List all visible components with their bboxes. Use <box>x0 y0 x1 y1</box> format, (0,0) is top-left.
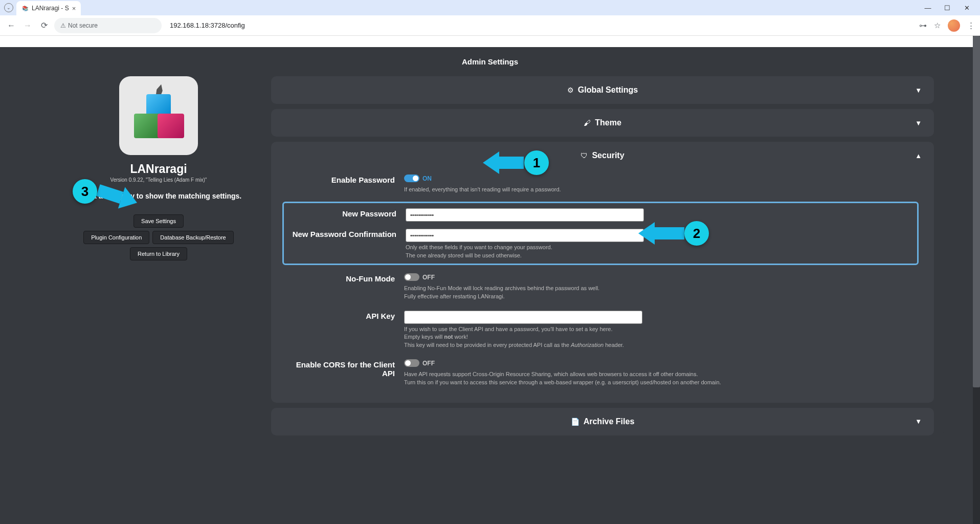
page-title: Admin Settings <box>46 57 934 66</box>
db-backup-button[interactable]: Database Backup/Restore <box>152 231 233 244</box>
close-window-icon[interactable]: ✕ <box>962 4 972 12</box>
setting-label: API Key <box>286 311 404 349</box>
chevron-down-icon: ▼ <box>915 418 922 425</box>
setting-new-password: New Password <box>288 208 913 222</box>
annotation-arrow-2 <box>638 222 684 245</box>
browser-toolbar: ← → ⟳ ⚠ Not secure 192.168.1.18:3728/con… <box>0 15 980 36</box>
api-key-input[interactable] <box>404 311 642 324</box>
setting-desc: Have API requests support Cross-Origin R… <box>404 370 919 386</box>
scrollbar-thumb[interactable] <box>973 36 980 387</box>
setting-desc: Only edit these fields if you want to ch… <box>406 244 913 259</box>
maximize-icon[interactable]: ☐ <box>942 4 952 12</box>
chevron-up-icon: ▲ <box>915 152 922 160</box>
white-strip <box>0 36 980 47</box>
setting-new-password-confirm: New Password Confirmation Only edit thes… <box>288 229 913 259</box>
setting-enable-password: Enable Password ON If enabled, everythin… <box>286 174 919 193</box>
setting-desc: Enabling No-Fun Mode will lock reading a… <box>404 285 919 300</box>
app-name: LANraragi <box>51 162 266 176</box>
minimize-icon[interactable]: ― <box>923 4 933 12</box>
profile-avatar-icon[interactable] <box>948 19 960 32</box>
annotation-arrow-1 <box>483 151 524 174</box>
setting-api-key: API Key If you wish to use the Client AP… <box>286 311 919 349</box>
shield-icon: 🛡 <box>581 151 588 160</box>
page-body: Admin Settings LANraragi Version 0.9.22,… <box>0 36 980 524</box>
password-key-icon[interactable]: ⊶ <box>919 21 927 30</box>
browser-chrome: ⌄ 📚 LANraragi - S × ― ☐ ✕ ← → ⟳ ⚠ Not se… <box>0 0 980 36</box>
accordion-header-security[interactable]: 🛡 Security ▲ <box>271 142 934 169</box>
app-logo <box>119 76 198 155</box>
file-icon: 📄 <box>571 418 580 426</box>
gear-icon: ⚙ <box>567 86 574 94</box>
annotation-circle-1: 1 <box>524 150 549 175</box>
setting-label: No-Fun Mode <box>286 273 404 300</box>
security-badge[interactable]: ⚠ Not secure <box>60 22 98 29</box>
settings-column: ⚙ Global Settings ▼ 🖌 Theme ▼ 🛡 <box>271 76 934 435</box>
accordion-security: 🛡 Security ▲ Enable Password ON <box>271 142 934 403</box>
accordion-header-archive[interactable]: 📄 Archive Files ▼ <box>271 408 934 435</box>
setting-nofun: No-Fun Mode OFF Enabling No-Fun Mode wil… <box>286 273 919 300</box>
tab-title: LANraragi - S <box>32 5 69 12</box>
annotation-circle-3: 3 <box>73 179 97 204</box>
accordion-header-theme[interactable]: 🖌 Theme ▼ <box>271 109 934 137</box>
accordion-header-global[interactable]: ⚙ Global Settings ▼ <box>271 76 934 104</box>
main-container: Admin Settings LANraragi Version 0.9.22,… <box>36 47 944 435</box>
tab-close-icon[interactable]: × <box>72 5 76 12</box>
not-secure-label: Not secure <box>68 22 98 29</box>
kebab-menu-icon[interactable]: ⋮ <box>967 21 975 30</box>
toggle-state: OFF <box>422 360 435 367</box>
accordion-label: Security <box>592 151 624 160</box>
setting-cors: Enable CORS for the Client API OFF Have … <box>286 359 919 386</box>
setting-desc: If enabled, everything that isn't readin… <box>404 186 919 193</box>
setting-label: Enable CORS for the Client API <box>286 359 404 386</box>
tab-bar: ⌄ 📚 LANraragi - S × ― ☐ ✕ <box>0 0 980 15</box>
new-password-confirm-input[interactable] <box>406 229 644 242</box>
sidebar: LANraragi Version 0.9.22, "Telling Lies … <box>46 76 271 435</box>
window-controls: ― ☐ ✕ <box>923 4 976 12</box>
vertical-scrollbar[interactable] <box>973 36 980 524</box>
setting-label: New Password Confirmation <box>288 229 406 259</box>
accordion-label: Theme <box>595 118 621 127</box>
toggle-state: OFF <box>422 274 435 281</box>
paintbrush-icon: 🖌 <box>584 119 591 127</box>
accordion-label: Archive Files <box>584 417 635 426</box>
setting-label: Enable Password <box>286 174 404 193</box>
url-text: 192.168.1.18:3728/config <box>170 21 245 29</box>
annotation-circle-2: 2 <box>684 221 709 246</box>
enable-password-toggle[interactable]: ON <box>404 174 432 182</box>
toggle-state: ON <box>422 175 432 182</box>
accordion-theme: 🖌 Theme ▼ <box>271 109 934 137</box>
accordion-label: Global Settings <box>578 85 638 95</box>
new-password-input[interactable] <box>406 208 644 222</box>
save-settings-button[interactable]: Save Settings <box>133 214 184 228</box>
chevron-down-icon: ▼ <box>915 86 922 94</box>
warning-icon: ⚠ <box>60 22 66 29</box>
setting-desc: If you wish to use the Client API and ha… <box>404 325 919 349</box>
security-body: Enable Password ON If enabled, everythin… <box>271 169 934 403</box>
cors-toggle[interactable]: OFF <box>404 359 435 367</box>
nofun-toggle[interactable]: OFF <box>404 273 435 281</box>
tab-list-dropdown[interactable]: ⌄ <box>4 3 13 12</box>
reload-button[interactable]: ⟳ <box>38 20 50 30</box>
plugin-config-button[interactable]: Plugin Configuration <box>83 231 149 244</box>
address-bar[interactable]: ⚠ Not secure <box>54 18 162 33</box>
password-highlight-box: New Password New Password Confirmation <box>282 202 919 265</box>
accordion-global: ⚙ Global Settings ▼ <box>271 76 934 104</box>
forward-button[interactable]: → <box>21 21 34 30</box>
browser-tab[interactable]: 📚 LANraragi - S × <box>16 1 81 15</box>
bookmark-star-icon[interactable]: ☆ <box>934 21 941 30</box>
tab-favicon-icon: 📚 <box>21 5 29 12</box>
accordion-archive: 📄 Archive Files ▼ <box>271 408 934 435</box>
setting-label: New Password <box>288 208 406 222</box>
return-library-button[interactable]: Return to Library <box>130 247 187 260</box>
chevron-down-icon: ▼ <box>915 119 922 127</box>
back-button[interactable]: ← <box>5 21 17 30</box>
